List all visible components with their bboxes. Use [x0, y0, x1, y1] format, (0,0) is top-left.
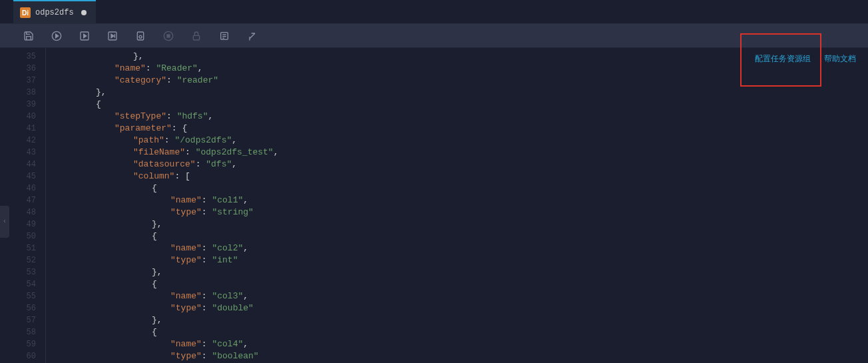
line-number: 58 — [0, 326, 45, 338]
svg-marker-1 — [56, 34, 59, 37]
line-number: 40 — [0, 111, 45, 123]
resource-group-link[interactable]: 配置任务资源组 — [755, 53, 811, 65]
code-line[interactable]: "type": "double" — [59, 302, 868, 314]
code-line[interactable]: "name": "col4", — [59, 338, 868, 350]
code-line[interactable]: { — [59, 99, 868, 111]
code-line[interactable]: "type": "boolean" — [59, 350, 868, 362]
line-number: 57 — [0, 314, 45, 326]
line-number: 60 — [0, 350, 45, 362]
line-number: 53 — [0, 266, 45, 278]
code-line[interactable]: { — [59, 326, 868, 338]
dirty-indicator-icon — [81, 10, 87, 15]
svg-rect-10 — [167, 35, 170, 37]
line-number: 44 — [0, 159, 45, 171]
stop-icon — [161, 29, 176, 43]
line-number: 52 — [0, 254, 45, 266]
line-number: 35 — [0, 51, 45, 63]
code-line[interactable]: "name": "col2", — [59, 242, 868, 254]
line-number: 56 — [0, 302, 45, 314]
line-number: 51 — [0, 242, 45, 254]
settings-icon[interactable] — [217, 29, 232, 43]
code-line[interactable]: { — [59, 182, 868, 194]
line-number: 36 — [0, 63, 45, 75]
svg-marker-3 — [84, 34, 87, 37]
code-line[interactable]: "type": "string" — [59, 206, 868, 218]
line-number: 41 — [0, 123, 45, 135]
code-line[interactable]: "path": "/odps2dfs", — [59, 135, 868, 147]
line-number: 55 — [0, 290, 45, 302]
svg-rect-11 — [193, 35, 199, 40]
line-number: 47 — [0, 194, 45, 206]
collapse-handle-icon[interactable]: ‹ — [0, 206, 9, 238]
code-line[interactable]: "type": "int" — [59, 254, 868, 266]
code-line[interactable]: { — [59, 230, 868, 242]
toolbar — [0, 24, 868, 48]
svg-point-8 — [139, 35, 142, 38]
line-number: 38 — [0, 87, 45, 99]
top-links: 配置任务资源组 帮助文档 — [755, 53, 856, 65]
line-number: 39 — [0, 99, 45, 111]
help-link[interactable]: 帮助文档 — [824, 53, 856, 65]
svg-marker-5 — [111, 34, 114, 37]
line-number: 43 — [0, 147, 45, 159]
line-number: 46 — [0, 182, 45, 194]
code-line[interactable]: "parameter": { — [59, 123, 868, 135]
code-line[interactable]: }, — [59, 314, 868, 326]
fold-region — [45, 48, 59, 363]
line-number: 59 — [0, 338, 45, 350]
code-line[interactable]: "fileName": "odps2dfs_test", — [59, 147, 868, 159]
save-icon[interactable] — [21, 29, 36, 43]
code-line[interactable]: "column": [ — [59, 171, 868, 182]
code-line[interactable]: "stepType": "hdfs", — [59, 111, 868, 123]
smoke-test-icon[interactable] — [133, 29, 148, 43]
code-line[interactable]: }, — [59, 218, 868, 230]
line-number: 54 — [0, 278, 45, 290]
code-editor[interactable]: 3536373839404142434445464748495051525354… — [0, 48, 868, 363]
code-content[interactable]: },"name": "Reader","category": "reader"}… — [59, 48, 868, 363]
code-line[interactable]: "name": "col1", — [59, 194, 868, 206]
tab-bar: Di odps2dfs — [0, 0, 868, 24]
run-advanced-icon[interactable] — [105, 29, 120, 43]
file-type-icon: Di — [20, 7, 31, 18]
line-number: 45 — [0, 171, 45, 182]
submit-icon[interactable] — [49, 29, 64, 43]
tab-label: odps2dfs — [35, 8, 74, 17]
line-number: 42 — [0, 135, 45, 147]
code-line[interactable]: { — [59, 278, 868, 290]
format-icon[interactable] — [245, 29, 260, 43]
line-number: 37 — [0, 75, 45, 87]
code-line[interactable]: }, — [59, 87, 868, 99]
code-line[interactable]: }, — [59, 266, 868, 278]
tab-odps2dfs[interactable]: Di odps2dfs — [13, 0, 96, 24]
run-icon[interactable] — [77, 29, 92, 43]
code-line[interactable]: "name": "col3", — [59, 290, 868, 302]
lock-icon — [189, 29, 204, 43]
code-line[interactable]: "datasource": "dfs", — [59, 159, 868, 171]
